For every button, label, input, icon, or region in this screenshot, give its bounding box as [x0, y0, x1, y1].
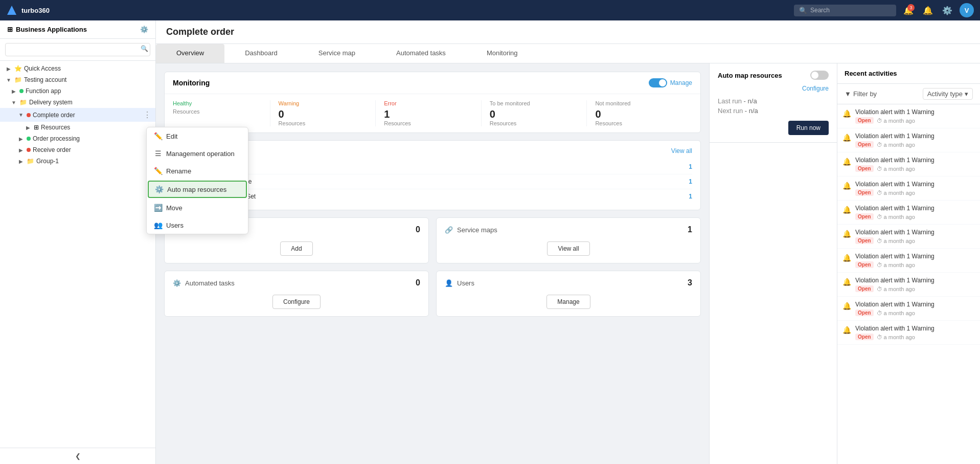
stat-value-error: 1: [384, 108, 473, 120]
sidebar-item-group1[interactable]: ▶ 📁 Group-1: [0, 156, 155, 167]
user-avatar[interactable]: V: [960, 3, 974, 17]
expand-arrow: ▶: [17, 146, 25, 153]
activity-time: ⏱ a month ago: [877, 262, 915, 268]
sidebar: ⊞ Business Applications ⚙️ 🔍 ▶ ⭐ Quick A…: [0, 20, 156, 464]
activity-meta: Open ⏱ a month ago: [855, 334, 975, 340]
expand-arrow: ▶: [10, 87, 17, 95]
settings-icon[interactable]: ⚙️: [140, 26, 148, 33]
chevron-down-icon: ▾: [965, 90, 968, 98]
menu-item-edit[interactable]: ✏️ Edit: [147, 127, 248, 145]
content-area: Complete order Overview Dashboard Servic…: [156, 20, 980, 464]
menu-item-move[interactable]: ➡️ Move: [147, 199, 248, 216]
sidebar-item-delivery-system[interactable]: ▼ 📁 Delivery system: [0, 97, 155, 108]
quick-access-icon: ⭐: [14, 65, 22, 72]
menu-item-auto-map[interactable]: ⚙️ Auto map resources: [148, 181, 247, 198]
list-item: 🔔 Violation alert with 1 Warning Open ⏱ …: [837, 273, 980, 297]
configure-link[interactable]: Configure: [718, 85, 829, 92]
activity-meta: Open ⏱ a month ago: [855, 189, 975, 196]
add-dashboard-button[interactable]: Add: [280, 241, 312, 256]
expand-arrow: ▶: [5, 65, 12, 72]
list-item: 🔔 Violation alert with 1 Warning Open ⏱ …: [837, 201, 980, 225]
alerts-button[interactable]: 🔔: [921, 3, 935, 17]
status-badge: Open: [855, 334, 874, 340]
status-badge: Open: [855, 261, 874, 268]
configure-automatedtasks-button[interactable]: Configure: [272, 295, 321, 309]
sidebar-item-complete-order[interactable]: ▼ Complete order ⋮: [0, 108, 155, 122]
tab-overview[interactable]: Overview: [156, 44, 224, 63]
view-all-servicemaps-button[interactable]: View all: [547, 241, 589, 256]
sidebar-collapse-button[interactable]: ❮: [0, 448, 155, 464]
manage-users-button[interactable]: Manage: [546, 295, 590, 309]
global-search[interactable]: 🔍 Search: [794, 5, 896, 16]
activity-meta: Open ⏱ a month ago: [855, 141, 975, 148]
mini-card-users-title: 👤 Users: [445, 279, 474, 287]
list-item: 🔔 Violation alert with 1 Warning Open ⏱ …: [837, 297, 980, 321]
activity-type-select[interactable]: Activity type ▾: [923, 88, 973, 100]
activity-meta: Open ⏱ a month ago: [855, 213, 975, 220]
recent-activities-panel: Recent activities ▼ Filter by Activity t…: [837, 63, 980, 464]
sidebar-item-receive-order[interactable]: ▶ Receive order: [0, 144, 155, 156]
notifications-button[interactable]: 🔔 3: [901, 3, 916, 17]
status-badge: Open: [855, 237, 874, 244]
activity-meta: Open ⏱ a month ago: [855, 237, 975, 244]
resource-count-disk: 1: [689, 163, 692, 170]
activity-content: Violation alert with 1 Warning Open ⏱ a …: [855, 325, 975, 340]
filter-by-button[interactable]: ▼ Filter by: [845, 90, 877, 98]
sidebar-item-testing-account[interactable]: ▼ 📁 Testing account: [0, 74, 155, 85]
page-title-bar: Complete order: [156, 20, 980, 44]
servicemaps-action: View all: [445, 241, 692, 256]
sidebar-tree: ▶ ⭐ Quick Access ▼ 📁 Testing account ▶ F…: [0, 61, 155, 448]
list-item: 🔔 Violation alert with 1 Warning Open ⏱ …: [837, 152, 980, 176]
tab-service-map[interactable]: Service map: [298, 44, 376, 63]
auto-map-card: Auto map resources Configure Last run - …: [710, 63, 837, 143]
menu-item-rename[interactable]: ✏️ Rename: [147, 162, 248, 180]
settings-button[interactable]: ⚙️: [940, 3, 954, 17]
sidebar-item-function-app[interactable]: ▶ Function app: [0, 85, 155, 97]
resource-count-vmss: 1: [689, 193, 692, 200]
run-now-button[interactable]: Run now: [788, 121, 829, 135]
view-all-resources-link[interactable]: View all: [671, 147, 692, 154]
stat-sub-tobe: Resources: [490, 120, 579, 126]
sidebar-search-wrap: 🔍: [0, 39, 155, 61]
grid-icon: ⊞: [7, 26, 13, 33]
sidebar-search-input[interactable]: [5, 43, 150, 56]
menu-item-users[interactable]: 👥 Users: [147, 216, 248, 234]
resource-name-vmss: Virtual Machine Scale Set: [186, 193, 689, 200]
activity-content: Violation alert with 1 Warning Open ⏱ a …: [855, 181, 975, 196]
toggle-knob: [659, 79, 666, 86]
users-action: Manage: [445, 295, 692, 309]
content-body: Monitoring Manage Healthy Resources: [156, 63, 980, 464]
stat-warning: Warning 0 Resources: [270, 100, 376, 126]
auto-map-toggle[interactable]: [810, 71, 829, 80]
menu-item-management[interactable]: ☰ Management operation: [147, 145, 248, 162]
sidebar-item-resources[interactable]: ▶ ⊞ Resources: [0, 122, 155, 133]
grid-icon: ⊞: [34, 124, 39, 131]
sidebar-item-order-processing[interactable]: ▶ Order processing: [0, 133, 155, 144]
activity-time: ⏱ a month ago: [877, 118, 915, 124]
bell-icon: 🔔: [842, 278, 851, 286]
activity-time: ⏱ a month ago: [877, 286, 915, 292]
tab-dashboard[interactable]: Dashboard: [224, 44, 298, 63]
tree-more-button[interactable]: ⋮: [143, 110, 151, 120]
activity-time: ⏱ a month ago: [877, 334, 915, 340]
auto-map-title: Auto map resources: [718, 72, 782, 79]
mini-card-servicemaps-header: 🔗 Service maps 1: [445, 225, 692, 234]
manage-link[interactable]: Manage: [670, 79, 692, 86]
activity-time: ⏱ a month ago: [877, 310, 915, 316]
sidebar-item-quick-access[interactable]: ▶ ⭐ Quick Access: [0, 63, 155, 74]
activity-content: Violation alert with 1 Warning Open ⏱ a …: [855, 229, 975, 244]
monitoring-toggle[interactable]: [649, 78, 667, 87]
tab-monitoring[interactable]: Monitoring: [466, 44, 538, 63]
activity-meta: Open ⏱ a month ago: [855, 310, 975, 316]
menu-label-move: Move: [166, 204, 183, 212]
tab-automated-tasks[interactable]: Automated tasks: [376, 44, 466, 63]
last-run-info: Last run - n/a: [718, 97, 829, 105]
app-logo[interactable]: turbo360: [6, 5, 50, 16]
bell-icon: 🔔: [842, 158, 851, 166]
activity-title: Violation alert with 1 Warning: [855, 253, 975, 260]
expand-arrow: ▶: [17, 158, 25, 165]
monitoring-card: Monitoring Manage Healthy Resources: [164, 72, 701, 133]
activity-title: Violation alert with 1 Warning: [855, 277, 975, 284]
bell-icon: 🔔: [842, 109, 851, 118]
next-run-label: Next run: [718, 107, 745, 115]
